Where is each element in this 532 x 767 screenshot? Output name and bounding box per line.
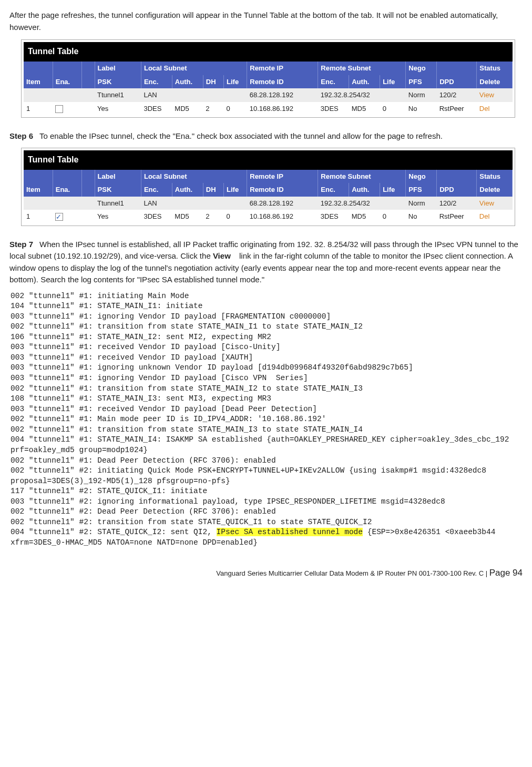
cell-local-subnet: LAN: [141, 88, 247, 102]
col-blank: [24, 62, 53, 75]
tunnel-table-2: Tunnel Table Label Local Subnet Remote I…: [21, 148, 515, 226]
col-label: Label: [95, 62, 141, 75]
footer-doc-id: Vanguard Series Multicarrier Cellular Da…: [216, 569, 484, 577]
col-psk: PSK: [95, 75, 141, 89]
cell-pfs: No: [406, 102, 437, 116]
log-pre: 002 "ttunnel1" #1: initiating Main Mode …: [11, 292, 514, 537]
col-auth: Auth.: [172, 75, 203, 89]
enable-checkbox[interactable]: [55, 213, 63, 221]
col-life: Life: [224, 75, 247, 89]
step6-text: To enable the IPsec tunnel, check the "E…: [39, 131, 443, 140]
view-link[interactable]: View: [479, 199, 494, 207]
col-status: Status: [477, 62, 513, 75]
cell-remote-id: 10.168.86.192: [247, 102, 318, 116]
col-remote-id: Remote ID: [247, 75, 318, 89]
cell-enc: 3DES: [141, 102, 172, 116]
step6-label: Step 6: [9, 131, 33, 140]
cell-auth: MD5: [172, 102, 203, 116]
cell-dh: 2: [203, 102, 223, 116]
col-renc: Enc.: [318, 75, 349, 89]
header-row-1: Label Local Subnet Remote IP Remote Subn…: [24, 62, 513, 75]
col-blank: [53, 62, 81, 75]
cell-dpd2: RstPeer: [437, 102, 477, 116]
tunnel-table-title: Tunnel Table: [24, 150, 513, 170]
cell-rauth: MD5: [349, 102, 380, 116]
col-dpd: DPD: [437, 75, 477, 89]
cell-psk: Yes: [95, 102, 141, 116]
cell-label: Ttunnel1: [95, 88, 141, 102]
col-item: Item: [24, 75, 53, 89]
cell-nego: Norm: [406, 88, 437, 102]
cell-remote-ip: 68.28.128.192: [247, 88, 318, 102]
col-remote-subnet: Remote Subnet: [318, 62, 406, 75]
col-blank: [82, 62, 95, 75]
col-dh: DH: [203, 75, 223, 89]
enable-checkbox[interactable]: [55, 105, 63, 113]
cell-remote-subnet: 192.32.8.254/32: [318, 88, 406, 102]
step7-label: Step 7: [9, 240, 33, 249]
table-row: 1 Yes 3DES MD5 2 0 10.168.86.192 3DES MD…: [24, 102, 513, 116]
tunnel-table-title: Tunnel Table: [24, 42, 513, 62]
table-row: 1 Yes 3DES MD5 2 0 10.168.86.192 3DES MD…: [24, 210, 513, 223]
delete-link[interactable]: Del: [479, 105, 490, 113]
col-ena: Ena.: [53, 75, 81, 89]
col-rauth: Auth.: [349, 75, 380, 89]
tunnel-table-2-grid: Label Local Subnet Remote IP Remote Subn…: [24, 170, 513, 223]
col-nego: Nego: [406, 62, 437, 75]
col-rlife: Life: [380, 75, 406, 89]
col-blank: [82, 75, 95, 89]
col-local-subnet: Local Subnet: [141, 62, 247, 75]
delete-link[interactable]: Del: [479, 212, 490, 220]
cell-renc: 3DES: [318, 102, 349, 116]
cell-dpd: 120/2: [437, 88, 477, 102]
footer-sep: |: [484, 569, 489, 577]
cell-life: 0: [224, 102, 247, 116]
log-highlight: IPsec SA established tunnel mode: [217, 528, 363, 536]
header-row-1: Label Local Subnet Remote IP Remote Subn…: [24, 170, 513, 183]
tunnel-table-1-grid: Label Local Subnet Remote IP Remote Subn…: [24, 62, 513, 115]
col-remote-ip: Remote IP: [247, 62, 318, 75]
table-row: Ttunnel1 LAN 68.28.128.192 192.32.8.254/…: [24, 88, 513, 102]
footer-page: Page 94: [489, 568, 523, 578]
page-footer: Vanguard Series Multicarrier Cellular Da…: [9, 564, 523, 580]
header-row-2: Item Ena. PSK Enc. Auth. DH Life Remote …: [24, 75, 513, 89]
cell-item: 1: [24, 102, 53, 116]
col-pfs: PFS: [406, 75, 437, 89]
table-row: Ttunnel1 LAN 68.28.128.192 192.32.8.254/…: [24, 197, 513, 210]
cell-rlife: 0: [380, 102, 406, 116]
col-delete: Delete: [477, 75, 513, 89]
step7-paragraph: Step 7When the IPsec tunnel is establish…: [9, 239, 523, 286]
col-blank: [437, 62, 477, 75]
header-row-2: Item Ena. PSK Enc. Auth. DH Life Remote …: [24, 183, 513, 197]
step7-view-word: View: [213, 251, 231, 260]
intro-paragraph: After the page refreshes, the tunnel con…: [9, 9, 523, 33]
log-output: 002 "ttunnel1" #1: initiating Main Mode …: [11, 291, 523, 548]
step6-paragraph: Step 6To enable the IPsec tunnel, check …: [9, 130, 523, 142]
col-enc: Enc.: [141, 75, 172, 89]
view-link[interactable]: View: [479, 91, 494, 99]
tunnel-table-1: Tunnel Table Label Local Subnet Remote I…: [21, 39, 515, 118]
